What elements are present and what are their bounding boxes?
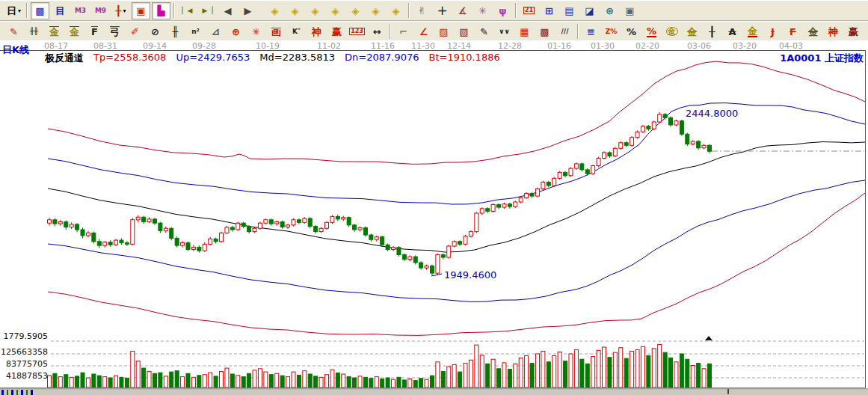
prev-button[interactable]: ◀	[218, 2, 237, 19]
percent-button[interactable]: %	[622, 23, 641, 40]
box-rays-button[interactable]: ▨	[434, 23, 453, 40]
box-123-button[interactable]: 123	[348, 23, 366, 40]
dropdown-arrow-icon[interactable]: ▾	[123, 7, 126, 14]
gold-underline-button[interactable]: 金	[743, 23, 762, 40]
brush-small-button[interactable]: ✐	[126, 23, 144, 40]
pattern-stamp-button[interactable]: ▣	[132, 2, 150, 19]
f-lines-icon: F	[789, 27, 796, 37]
hatch-lines-button[interactable]: ///	[555, 23, 574, 40]
a-lines-button[interactable]: A	[723, 23, 742, 40]
system-button[interactable]: ▣	[621, 2, 639, 19]
ying-tool-button[interactable]: 赢	[327, 23, 346, 40]
grid-tool-icon: ╫╫	[30, 28, 38, 35]
diamond-scroll-right-button[interactable]: ◈	[286, 2, 304, 19]
diamond-reset-icon: ◈	[393, 6, 400, 16]
volume-bar	[392, 379, 395, 388]
period-day-button[interactable]: 日▾	[4, 2, 23, 19]
candle-body	[170, 228, 173, 238]
f-grid-icon: F	[91, 26, 98, 37]
j-lines-button[interactable]: J	[763, 23, 782, 40]
color-histogram-button[interactable]: ▙	[152, 2, 170, 19]
diamond-zoom-in-button[interactable]: ◈	[346, 2, 365, 19]
percent-line-button[interactable]: %	[642, 23, 661, 40]
wave-9-button[interactable]: M9	[91, 2, 110, 19]
bow-grid-icon: 弓	[110, 26, 120, 37]
corner-frame-button[interactable]: ⌐	[394, 23, 413, 40]
brush-tool-button[interactable]: ✎	[4, 23, 23, 40]
candle-style-button[interactable]: ╂▾	[111, 2, 130, 19]
calculator-button[interactable]: ⊞	[540, 2, 558, 19]
target-circle-button[interactable]: ⊕	[227, 23, 245, 40]
f-grid-button[interactable]: F	[85, 23, 104, 40]
notes-button[interactable]: ▤	[560, 2, 579, 19]
diamond-reset-button[interactable]: ◈	[387, 2, 405, 19]
pencil-line-button[interactable]: ✎	[475, 23, 493, 40]
red-grid-1-button[interactable]: ▦	[515, 23, 534, 40]
gold-lines-button[interactable]: 金	[683, 23, 701, 40]
grid-tool-button[interactable]: ╫╫	[25, 23, 43, 40]
si-lines-button[interactable]: 四	[864, 23, 868, 40]
star-tool-button[interactable]: ✳	[247, 23, 265, 40]
candle-body	[76, 224, 79, 230]
volume-bar	[447, 367, 451, 388]
info-document-button[interactable]: 目	[51, 2, 70, 19]
diamond-expand-button[interactable]: ◈	[306, 2, 324, 19]
chart-area[interactable]: 日K线 极反通道 Tp=2558.3608Up=2429.7653Md=2283…	[0, 40, 868, 395]
go-last-button[interactable]: ▶▕	[198, 2, 217, 19]
circle-hatch-button[interactable]: ⊘	[146, 23, 164, 40]
axis-value-label: 41887853	[0, 371, 48, 381]
shen-lines-button[interactable]: 神	[824, 23, 843, 40]
volume-bar	[574, 350, 578, 388]
hand-drag-button[interactable]: ✌	[413, 2, 431, 19]
calendar-button[interactable]: 21	[520, 2, 538, 19]
width-marker-button[interactable]: ↔	[368, 23, 387, 40]
crosshair-button[interactable]: +	[433, 2, 452, 19]
volume-bar	[386, 378, 390, 388]
candle-body	[319, 228, 323, 231]
volume-bar	[686, 359, 689, 388]
bottom-scrollbar[interactable]	[0, 388, 868, 395]
f-lines-button[interactable]: F	[784, 23, 802, 40]
rays-fan-button[interactable]: ∠	[414, 23, 433, 40]
save-button[interactable]: ◪	[580, 2, 599, 19]
symbol-label[interactable]: 1A0001 上证指数	[780, 52, 864, 65]
date-tick-label: 09-28	[192, 41, 216, 51]
percent-z-button[interactable]: Z%	[602, 23, 621, 40]
bow-grid-button[interactable]: 弓	[105, 23, 124, 40]
diamond-zoom-out-button[interactable]: ◈	[366, 2, 385, 19]
gold-grid-1-button[interactable]: 金	[45, 23, 64, 40]
gold-pen-2-button[interactable]: 金	[804, 23, 822, 40]
gold-grid-2-button[interactable]: 金	[65, 23, 84, 40]
go-first-button[interactable]: ▏◀	[178, 2, 197, 19]
diamond-compress-icon: ◈	[332, 6, 339, 16]
candle-body	[702, 145, 706, 148]
dropdown-arrow-icon[interactable]: ▾	[18, 7, 21, 14]
red-grid-2-button[interactable]: ▩	[535, 23, 554, 40]
ruler-list-button[interactable]: ≡	[582, 23, 600, 40]
hash-grid-button[interactable]: ╫	[166, 23, 185, 40]
diamond-compress-button[interactable]: ◈	[326, 2, 345, 19]
diamond-scroll-left-button[interactable]: ◈	[265, 2, 284, 19]
scrollbar-notch[interactable]	[727, 389, 729, 394]
angle-measure-button[interactable]: ∡	[453, 2, 472, 19]
expert-brain-button[interactable]: ψ	[493, 2, 512, 19]
ying-lines-button[interactable]: 赢	[844, 23, 863, 40]
indicator-name[interactable]: 极反通道	[45, 52, 84, 65]
n-squared-button[interactable]: n²	[186, 23, 205, 40]
gold-circle-button[interactable]: 金	[662, 23, 681, 40]
gann-tool-button[interactable]: ✳	[473, 2, 492, 19]
candle-pen-button[interactable]: ╂	[703, 23, 721, 40]
wave-3-button[interactable]: M3	[71, 2, 90, 19]
flag-tool-button[interactable]: ⊿	[206, 23, 225, 40]
paint-box-button[interactable]: 画	[267, 23, 286, 40]
candle-body	[658, 114, 662, 122]
zigzag-button[interactable]: ∨∨	[495, 23, 514, 40]
indicator-value: Bt=1910.1886	[428, 52, 499, 63]
shen-tool-button[interactable]: 神	[307, 23, 326, 40]
box-rays-2-button[interactable]: ▧	[455, 23, 473, 40]
kline-chart-canvas[interactable]	[0, 40, 868, 395]
export-button[interactable]: ⊛	[600, 2, 619, 19]
zoom-area-button[interactable]: ▩	[31, 2, 49, 19]
k-quote-button[interactable]: K″	[287, 23, 306, 40]
next-button[interactable]: ▶	[238, 2, 257, 19]
